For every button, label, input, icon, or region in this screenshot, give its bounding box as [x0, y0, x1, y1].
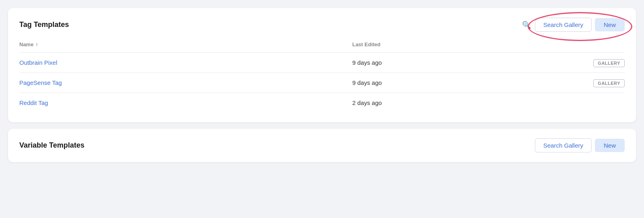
row-last-edited: 2 days ago [352, 93, 534, 113]
sort-asc-icon: ↑ [35, 42, 38, 47]
tag-templates-title: Tag Templates [19, 21, 69, 29]
variable-new-button[interactable]: New [595, 139, 625, 152]
tag-templates-actions: 🔍 Search Gallery New [522, 18, 625, 32]
row-last-edited: 9 days ago [352, 53, 534, 73]
variable-templates-card: Variable Templates Search Gallery New [8, 129, 636, 162]
tag-templates-table: Name ↑ Last Edited Outbrain Pixel9 days … [19, 40, 625, 113]
tag-search-gallery-button[interactable]: Search Gallery [535, 18, 592, 32]
row-badge-cell [534, 93, 625, 113]
table-row: PageSense Tag9 days agoGALLERY [19, 73, 625, 93]
table-row: Outbrain Pixel9 days agoGALLERY [19, 53, 625, 73]
gallery-badge: GALLERY [593, 79, 625, 87]
row-badge-cell: GALLERY [534, 73, 625, 93]
row-last-edited: 9 days ago [352, 73, 534, 93]
row-badge-cell: GALLERY [534, 53, 625, 73]
row-name-link[interactable]: PageSense Tag [19, 79, 62, 86]
row-name-link[interactable]: Outbrain Pixel [19, 59, 57, 66]
last-edited-column-header: Last Edited [352, 40, 534, 53]
tag-templates-header: Tag Templates 🔍 Search Gallery New [19, 18, 625, 32]
row-name-link[interactable]: Reddit Tag [19, 99, 48, 106]
tag-new-button[interactable]: New [595, 18, 625, 31]
name-column-header: Name ↑ [19, 41, 352, 47]
search-icon: 🔍 [522, 21, 531, 29]
variable-templates-title: Variable Templates [19, 141, 85, 150]
gallery-badge: GALLERY [593, 59, 625, 67]
variable-templates-header: Variable Templates Search Gallery New [19, 138, 625, 152]
tag-templates-card: Tag Templates 🔍 Search Gallery New Name … [8, 8, 636, 122]
variable-search-gallery-button[interactable]: Search Gallery [535, 138, 592, 152]
table-row: Reddit Tag2 days ago [19, 93, 625, 113]
variable-templates-actions: Search Gallery New [535, 138, 625, 152]
